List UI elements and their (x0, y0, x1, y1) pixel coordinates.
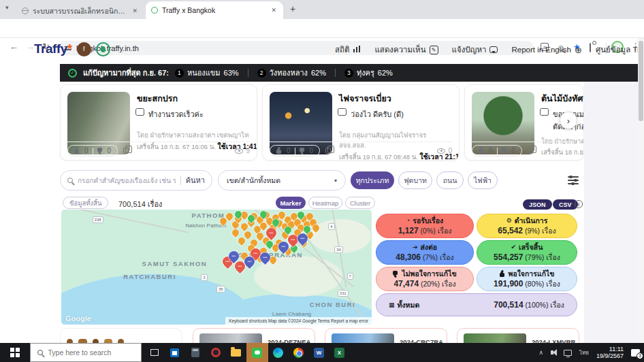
map-mode-heatmap[interactable]: Heatmap (308, 197, 342, 209)
map-mode-cluster[interactable]: Cluster (345, 197, 375, 209)
bangkok-seal-icon (96, 42, 110, 56)
keyword-search[interactable]: ค้นหา (60, 170, 212, 191)
tab-title: Traffy x Bangkok (162, 6, 265, 14)
ticker-bar: ✓ แก้ปัญหามากที่สุด ก.ย. 67: 1 หนองแขม63… (60, 64, 638, 82)
search-input[interactable] (78, 177, 176, 184)
total-data-chip[interactable]: ข้อมูลทั้งสิ้น (63, 197, 108, 209)
tab-search-chevron-icon[interactable]: ▾ (5, 4, 9, 11)
browser-tab-inactive[interactable]: ระบบสารบรรณอิเล็กทรอนิกส์ของกรุ... ✕ (16, 3, 144, 19)
comment-icon (541, 110, 549, 116)
calculator-icon[interactable] (185, 343, 206, 362)
scrollbar-thumb[interactable] (639, 41, 643, 121)
check-icon: ✔ (511, 242, 517, 252)
rank-badge: 3 (344, 69, 353, 78)
share-copy-icon[interactable] (123, 148, 129, 154)
language-indicator[interactable]: ไทย (579, 348, 589, 357)
chrome-icon[interactable] (289, 343, 309, 362)
new-tab-button[interactable]: + (290, 3, 295, 14)
tab-close-icon[interactable]: ✕ (131, 7, 139, 14)
task-view-button[interactable] (144, 343, 165, 362)
report-card[interactable]: ขยะสกปรก ทำงานรวดเร็วค่ะ โดย ฝ่ายรักษาคว… (60, 84, 257, 161)
excel-icon[interactable]: X (329, 343, 350, 362)
taskbar-search[interactable] (30, 343, 142, 362)
site-logo[interactable]: Traffy* f (34, 42, 110, 56)
check-ring-icon: ✓ (68, 69, 77, 78)
filter-chip-road[interactable]: ถนน (436, 171, 464, 189)
nav-feedback[interactable]: แสดงความเห็น✎ (374, 44, 438, 56)
screen: ▾ ระบบสารบรรณอิเล็กทรอนิกส์ของกรุ... ✕ T… (0, 0, 644, 362)
carousel-next-button[interactable]: › (560, 112, 577, 129)
rank-badge: 2 (257, 69, 266, 78)
export-json-button[interactable]: JSON (523, 199, 552, 210)
word-icon[interactable]: W (309, 343, 329, 362)
microsoft-store-icon[interactable] (165, 343, 185, 362)
thumbs-down-icon[interactable] (300, 148, 306, 154)
nav-data-center[interactable]: ศูนย์ข้อมูล Traffy Fonduei (596, 44, 644, 56)
stat-card-total[interactable]: ▦ทั้งหมด 700,514 (100%) เรื่อง (376, 293, 577, 316)
comment-icon (339, 110, 347, 116)
like-dislike-bar[interactable]: 0 0 (67, 145, 118, 157)
map-attribution[interactable]: Keyboard shortcuts Map data ©2024 Google… (225, 317, 372, 325)
stat-card-in-progress[interactable]: ⚙ดำเนินการ 65,542 (9%) เรื่อง (477, 214, 577, 238)
report-card[interactable]: ไฟจราจรเบี่ยว ว่องไว ดีครับ (ดี) โดย กลุ… (262, 84, 460, 161)
map-mode-marker[interactable]: Marker (276, 197, 306, 209)
taskbar-search-input[interactable] (48, 348, 130, 357)
google-logo: Google (65, 314, 91, 323)
filter-chip-electric[interactable]: ไฟฟ้า (468, 171, 498, 189)
browser-toolbar: ← → ↻ bangkok.traffy.in.th a ★ ⋮ (0, 19, 644, 38)
network-icon[interactable] (564, 350, 572, 356)
map-pin (231, 228, 240, 237)
back-button[interactable]: ← (10, 42, 18, 52)
google-map[interactable]: PATHOM Nakhon Pathom RATCHABURI SAMUT SA… (61, 210, 372, 325)
chevron-down-icon: ▾ (334, 178, 337, 184)
file-explorer-icon[interactable] (226, 343, 246, 362)
clock-icon: ◔ (406, 216, 410, 226)
start-button[interactable] (10, 348, 20, 357)
thumbs-down-icon[interactable] (97, 148, 103, 154)
filter-chip-footpath[interactable]: ฟุตบาท (398, 171, 432, 189)
like-dislike-bar[interactable]: 0 0 (472, 145, 522, 157)
district-select[interactable]: เขต/สำนักทั้งหมด ▾ (218, 170, 346, 191)
report-agency: โดย ฝ่ายรักษาความสะอาดฯ เขตพญาไท (137, 130, 251, 140)
tab-close-icon[interactable]: ✕ (270, 7, 278, 14)
filter-chip-all-types[interactable]: ทุกประเภท (351, 171, 394, 189)
stat-card-satisfied[interactable]: พอใจการแก้ไข 191,900 (80%) เรื่อง (477, 267, 577, 291)
tray-chevron-icon[interactable]: ∧ (538, 349, 543, 356)
thumbs-down-icon[interactable] (502, 148, 508, 154)
thumbs-down-icon (393, 271, 399, 277)
action-center-icon[interactable]: 3 (631, 349, 640, 357)
ticker-item: 1 หนองแขม63% (175, 67, 239, 79)
comment-icon (137, 110, 144, 116)
report-title: ต้นไม้บังทัศนวิสัย (541, 92, 584, 105)
gear-icon: ⚙ (506, 216, 512, 226)
clock[interactable]: 11:1119/9/2567 (596, 346, 624, 360)
stat-card-finished[interactable]: ✔เสร็จสิ้น 554,257 (79%) เรื่อง (477, 240, 577, 265)
stats-info-icon[interactable]: i (575, 200, 583, 208)
thumbs-up-icon[interactable] (74, 148, 80, 154)
advanced-filter-icon[interactable] (568, 174, 579, 184)
stat-card-forwarded[interactable]: ➔ส่งต่อ 48,306 (7%) เรื่อง (376, 240, 474, 265)
thumbs-up-icon[interactable] (479, 148, 485, 154)
edge-icon[interactable] (268, 343, 289, 362)
thumbs-up-icon[interactable] (276, 148, 283, 154)
search-button[interactable]: ค้นหา (186, 174, 205, 186)
nav-report-problem[interactable]: แจ้งปัญหา (452, 44, 498, 56)
nav-statistics[interactable]: สถิติ (335, 44, 361, 56)
stat-card-pending[interactable]: ◔รอรับเรื่อง 1,127 (0%) เรื่อง (376, 214, 474, 238)
ticker-title: แก้ปัญหามากที่สุด ก.ย. 67: (83, 67, 169, 79)
stat-card-unsatisfied[interactable]: ไม่พอใจการแก้ไข 47,474 (20%) เรื่อง (376, 267, 474, 291)
view-counter: 9 (235, 147, 250, 154)
report-title: ขยะสกปรก (137, 92, 251, 105)
dislike-count: 0 (310, 147, 314, 154)
tab-title: ระบบสารบรรณอิเล็กทรอนิกส์ของกรุ... (33, 5, 127, 17)
ticker-divider (335, 69, 336, 77)
browser-tab-active[interactable]: Traffy x Bangkok ✕ (146, 1, 283, 19)
share-copy-icon[interactable] (325, 148, 331, 154)
share-copy-icon[interactable] (528, 148, 533, 154)
dislike-count: 0 (108, 147, 112, 154)
line-app-icon[interactable] (246, 343, 268, 362)
volume-icon[interactable] (551, 350, 553, 355)
like-dislike-bar[interactable]: 0 0 (270, 145, 320, 157)
nav-report-english[interactable]: Report in English⊕ (511, 46, 581, 54)
browser-ring-app-icon[interactable] (206, 343, 226, 362)
